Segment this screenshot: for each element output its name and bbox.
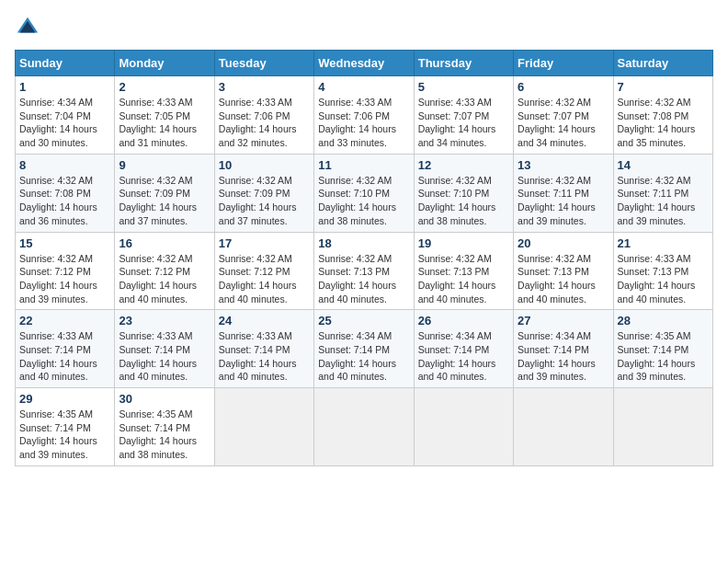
day-info: Sunrise: 4:32 AM Sunset: 7:11 PM Dayligh… [518,174,609,228]
day-cell-18: 18Sunrise: 4:32 AM Sunset: 7:13 PM Dayli… [314,232,414,310]
day-info: Sunrise: 4:34 AM Sunset: 7:14 PM Dayligh… [518,329,609,384]
day-number: 17 [219,236,310,250]
day-info: Sunrise: 4:33 AM Sunset: 7:05 PM Dayligh… [119,96,210,150]
day-number: 8 [19,158,110,172]
calendar-week-3: 15Sunrise: 4:32 AM Sunset: 7:12 PM Dayli… [16,232,713,310]
day-number: 3 [219,80,310,94]
col-header-tuesday: Tuesday [214,51,313,76]
day-cell-1: 1Sunrise: 4:34 AM Sunset: 7:04 PM Daylig… [16,76,115,155]
day-info: Sunrise: 4:32 AM Sunset: 7:12 PM Dayligh… [219,252,310,306]
day-cell-15: 15Sunrise: 4:32 AM Sunset: 7:12 PM Dayli… [16,232,115,310]
day-info: Sunrise: 4:33 AM Sunset: 7:14 PM Dayligh… [219,329,310,384]
day-cell-11: 11Sunrise: 4:32 AM Sunset: 7:10 PM Dayli… [314,154,414,232]
day-number: 1 [19,80,110,94]
day-cell-7: 7Sunrise: 4:32 AM Sunset: 7:08 PM Daylig… [613,76,712,155]
day-number: 26 [418,314,509,327]
day-info: Sunrise: 4:33 AM Sunset: 7:13 PM Dayligh… [618,252,709,306]
day-cell-19: 19Sunrise: 4:32 AM Sunset: 7:13 PM Dayli… [414,232,513,310]
day-info: Sunrise: 4:32 AM Sunset: 7:08 PM Dayligh… [618,96,709,150]
day-cell-9: 9Sunrise: 4:32 AM Sunset: 7:09 PM Daylig… [115,154,214,232]
day-info: Sunrise: 4:34 AM Sunset: 7:04 PM Dayligh… [19,96,110,150]
col-header-wednesday: Wednesday [314,51,414,76]
day-info: Sunrise: 4:32 AM Sunset: 7:09 PM Dayligh… [219,174,310,228]
day-cell-23: 23Sunrise: 4:33 AM Sunset: 7:14 PM Dayli… [115,310,214,388]
day-info: Sunrise: 4:34 AM Sunset: 7:14 PM Dayligh… [318,329,409,384]
day-info: Sunrise: 4:35 AM Sunset: 7:14 PM Dayligh… [119,408,210,462]
day-info: Sunrise: 4:32 AM Sunset: 7:12 PM Dayligh… [119,252,210,306]
empty-cell [514,388,613,466]
day-number: 6 [518,80,609,94]
day-number: 29 [19,392,110,406]
day-cell-26: 26Sunrise: 4:34 AM Sunset: 7:14 PM Dayli… [414,310,513,388]
day-number: 27 [518,314,609,327]
day-number: 23 [119,314,210,327]
day-info: Sunrise: 4:32 AM Sunset: 7:11 PM Dayligh… [618,174,709,228]
day-cell-21: 21Sunrise: 4:33 AM Sunset: 7:13 PM Dayli… [613,232,712,310]
day-info: Sunrise: 4:32 AM Sunset: 7:13 PM Dayligh… [318,252,409,306]
day-number: 9 [119,158,210,172]
day-cell-14: 14Sunrise: 4:32 AM Sunset: 7:11 PM Dayli… [613,154,712,232]
day-number: 16 [119,236,210,250]
logo [15,15,44,40]
day-cell-28: 28Sunrise: 4:35 AM Sunset: 7:14 PM Dayli… [613,310,712,388]
day-number: 4 [318,80,409,94]
day-number: 5 [418,80,509,94]
day-info: Sunrise: 4:35 AM Sunset: 7:14 PM Dayligh… [618,329,709,384]
day-number: 20 [518,236,609,250]
page-header [15,15,713,40]
day-info: Sunrise: 4:32 AM Sunset: 7:07 PM Dayligh… [518,96,609,150]
day-cell-12: 12Sunrise: 4:32 AM Sunset: 7:10 PM Dayli… [414,154,513,232]
col-header-friday: Friday [514,51,613,76]
day-info: Sunrise: 4:33 AM Sunset: 7:14 PM Dayligh… [119,329,210,384]
calendar-week-5: 29Sunrise: 4:35 AM Sunset: 7:14 PM Dayli… [16,388,713,466]
day-number: 7 [618,80,709,94]
day-cell-24: 24Sunrise: 4:33 AM Sunset: 7:14 PM Dayli… [214,310,313,388]
day-number: 21 [618,236,709,250]
day-info: Sunrise: 4:33 AM Sunset: 7:06 PM Dayligh… [219,96,310,150]
day-info: Sunrise: 4:33 AM Sunset: 7:14 PM Dayligh… [19,329,110,384]
day-info: Sunrise: 4:32 AM Sunset: 7:13 PM Dayligh… [418,252,509,306]
day-info: Sunrise: 4:32 AM Sunset: 7:12 PM Dayligh… [19,252,110,306]
logo-icon [15,15,40,40]
empty-cell [414,388,513,466]
day-cell-20: 20Sunrise: 4:32 AM Sunset: 7:13 PM Dayli… [514,232,613,310]
day-cell-16: 16Sunrise: 4:32 AM Sunset: 7:12 PM Dayli… [115,232,214,310]
empty-cell [314,388,414,466]
calendar-week-4: 22Sunrise: 4:33 AM Sunset: 7:14 PM Dayli… [16,310,713,388]
day-cell-25: 25Sunrise: 4:34 AM Sunset: 7:14 PM Dayli… [314,310,414,388]
day-cell-13: 13Sunrise: 4:32 AM Sunset: 7:11 PM Dayli… [514,154,613,232]
day-number: 13 [518,158,609,172]
col-header-saturday: Saturday [613,51,712,76]
day-cell-30: 30Sunrise: 4:35 AM Sunset: 7:14 PM Dayli… [115,388,214,466]
day-info: Sunrise: 4:32 AM Sunset: 7:10 PM Dayligh… [418,174,509,228]
day-cell-3: 3Sunrise: 4:33 AM Sunset: 7:06 PM Daylig… [214,76,313,155]
day-cell-2: 2Sunrise: 4:33 AM Sunset: 7:05 PM Daylig… [115,76,214,155]
day-number: 25 [318,314,409,327]
day-number: 14 [618,158,709,172]
day-cell-29: 29Sunrise: 4:35 AM Sunset: 7:14 PM Dayli… [16,388,115,466]
day-number: 10 [219,158,310,172]
day-info: Sunrise: 4:35 AM Sunset: 7:14 PM Dayligh… [19,408,110,462]
empty-cell [214,388,313,466]
day-cell-4: 4Sunrise: 4:33 AM Sunset: 7:06 PM Daylig… [314,76,414,155]
day-number: 15 [19,236,110,250]
day-number: 24 [219,314,310,327]
day-info: Sunrise: 4:33 AM Sunset: 7:06 PM Dayligh… [318,96,409,150]
day-cell-22: 22Sunrise: 4:33 AM Sunset: 7:14 PM Dayli… [16,310,115,388]
day-info: Sunrise: 4:32 AM Sunset: 7:10 PM Dayligh… [318,174,409,228]
calendar-week-2: 8Sunrise: 4:32 AM Sunset: 7:08 PM Daylig… [16,154,713,232]
day-cell-5: 5Sunrise: 4:33 AM Sunset: 7:07 PM Daylig… [414,76,513,155]
day-number: 11 [318,158,409,172]
day-cell-27: 27Sunrise: 4:34 AM Sunset: 7:14 PM Dayli… [514,310,613,388]
col-header-sunday: Sunday [16,51,115,76]
day-cell-10: 10Sunrise: 4:32 AM Sunset: 7:09 PM Dayli… [214,154,313,232]
day-number: 12 [418,158,509,172]
day-cell-8: 8Sunrise: 4:32 AM Sunset: 7:08 PM Daylig… [16,154,115,232]
day-info: Sunrise: 4:32 AM Sunset: 7:09 PM Dayligh… [119,174,210,228]
day-number: 30 [119,392,210,406]
empty-cell [613,388,712,466]
col-header-thursday: Thursday [414,51,513,76]
day-number: 18 [318,236,409,250]
day-cell-17: 17Sunrise: 4:32 AM Sunset: 7:12 PM Dayli… [214,232,313,310]
day-number: 22 [19,314,110,327]
